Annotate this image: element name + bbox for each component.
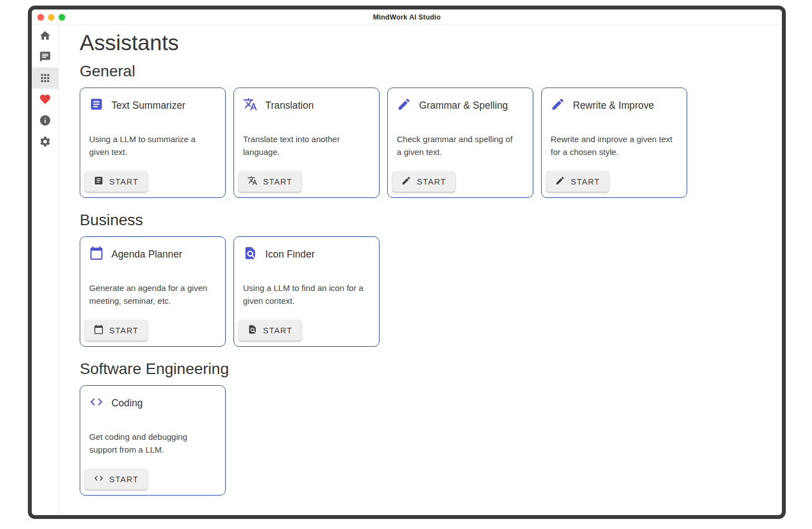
card-title: Translation [265,100,314,111]
card-header: Icon Finder [243,246,370,263]
apps-grid-icon [39,72,51,84]
start-button[interactable]: START [85,469,148,489]
translate-icon [243,97,257,111]
app-window: MindWork AI Studio Assistants General Te… [28,6,786,519]
main-content: Assistants General Text Summarizer Using… [59,25,782,515]
sections-container: General Text Summarizer Using a LLM to s… [80,62,782,496]
page-title: Assistants [80,31,782,56]
sidebar-item-home[interactable] [32,25,58,46]
code-icon [94,473,104,483]
assistant-card: Icon Finder Using a LLM to find an icon … [234,236,380,347]
card-description: Get coding and debugging support from a … [89,430,216,456]
card-header: Grammar & Spelling [397,97,524,114]
card-header: Rewrite & Improve [551,97,678,114]
assistant-card: Coding Get coding and debugging support … [80,385,226,496]
card-header: Text Summarizer [89,97,216,114]
start-button[interactable]: START [239,320,302,341]
card-description: Generate an agenda for a given meeting, … [89,282,216,307]
sidebar-item-about[interactable] [32,110,58,131]
find-in-page-icon [247,324,257,334]
sidebar [32,25,59,515]
card-description: Check grammar and spelling of a given te… [397,133,524,158]
card-description: Rewrite and improve a given text for a c… [551,133,678,158]
card-row: Agenda Planner Generate an agenda for a … [80,236,782,347]
heart-icon [39,93,51,105]
card-description: Using a LLM to find an icon for a given … [243,282,370,307]
find-in-page-icon [243,246,257,260]
start-button[interactable]: START [239,171,302,192]
start-button-label: START [571,177,600,186]
card-row: Text Summarizer Using a LLM to summarize… [80,88,782,198]
sidebar-item-settings[interactable] [32,131,58,152]
info-icon [39,114,51,127]
start-button-label: START [109,177,139,186]
chat-icon [39,51,51,63]
start-button-label: START [417,177,446,186]
start-button[interactable]: START [85,320,148,341]
start-button-label: START [263,177,293,186]
assistant-card: Text Summarizer Using a LLM to summarize… [80,88,226,198]
section-title: General [80,62,782,80]
card-header: Coding [89,395,216,411]
card-description: Translate text into another language. [243,133,370,158]
edit-icon [555,176,565,186]
assistant-card: Grammar & Spelling Check grammar and spe… [387,88,533,198]
start-button-label: START [109,475,139,484]
calendar-icon [89,246,104,260]
card-row: Coding Get coding and debugging support … [80,385,782,496]
gear-icon [39,135,51,148]
calendar-icon [94,324,104,334]
minimize-button[interactable] [48,14,55,21]
edit-icon [551,97,565,111]
start-button-label: START [109,326,139,335]
edit-icon [397,97,411,111]
card-title: Agenda Planner [111,249,182,260]
assistant-card: Agenda Planner Generate an agenda for a … [80,236,226,347]
assistant-card: Translation Translate text into another … [234,88,380,198]
assistant-section: Business Agenda Planner Generate an agen… [80,211,782,347]
card-title: Coding [111,397,143,409]
start-button[interactable]: START [85,171,148,192]
sidebar-item-favorites[interactable] [32,89,58,110]
card-header: Agenda Planner [89,246,216,263]
sidebar-item-chats[interactable] [32,46,58,67]
code-icon [89,395,104,409]
section-title: Business [80,211,782,229]
edit-icon [401,176,411,186]
window-controls [37,9,65,25]
start-button[interactable]: START [392,171,455,192]
card-header: Translation [243,97,370,114]
assistant-section: Software Engineering Coding Get coding a… [80,360,782,496]
window-title: MindWork AI Studio [32,13,782,21]
section-title: Software Engineering [80,360,782,378]
assistant-section: General Text Summarizer Using a LLM to s… [80,62,782,198]
titlebar: MindWork AI Studio [32,9,782,25]
card-title: Grammar & Spelling [419,100,508,111]
card-title: Text Summarizer [111,100,186,111]
translate-icon [247,176,257,186]
sidebar-item-assistants[interactable] [32,67,58,89]
article-icon [89,97,104,111]
article-icon [94,176,104,186]
start-button-label: START [263,326,293,335]
close-button[interactable] [37,14,44,21]
card-title: Rewrite & Improve [573,100,654,111]
assistant-card: Rewrite & Improve Rewrite and improve a … [541,88,687,198]
zoom-button[interactable] [59,14,65,21]
card-title: Icon Finder [265,249,315,260]
start-button[interactable]: START [546,171,609,192]
home-icon [39,30,51,42]
card-description: Using a LLM to summarize a given text. [89,133,216,158]
